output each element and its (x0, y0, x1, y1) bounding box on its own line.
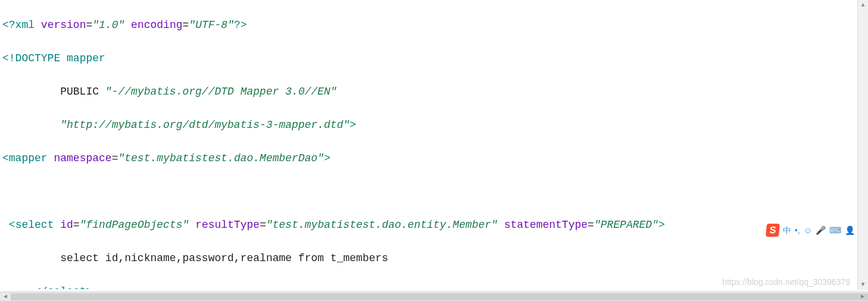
code-line: <mapper namespace="test.mybatistest.dao.… (2, 150, 856, 167)
code-line: </select> (2, 283, 856, 289)
code-line: "http://mybatis.org/dtd/mybatis-3-mapper… (2, 117, 856, 133)
ime-profile-button[interactable]: 👤 (845, 222, 855, 239)
horizontal-scroll-thumb[interactable] (11, 293, 868, 300)
code-line (2, 183, 856, 200)
horizontal-scrollbar[interactable]: ◀ ▶ (0, 291, 868, 301)
ime-punct-toggle[interactable]: •, (795, 222, 800, 239)
ime-voice-button[interactable]: 🎤 (816, 222, 826, 239)
scroll-left-icon[interactable]: ◀ (0, 292, 11, 301)
ime-keyboard-button[interactable]: ⌨ (829, 222, 841, 239)
ime-toolbar[interactable]: S 中 •, ☺ 🎤 ⌨ 👤 (766, 224, 855, 237)
code-line: <select id="findPageObjects" resultType=… (2, 217, 856, 233)
ime-lang-toggle[interactable]: 中 (783, 222, 791, 239)
code-editor[interactable]: <?xml version="1.0" encoding="UTF-8"?> <… (2, 0, 856, 289)
code-line: <?xml version="1.0" encoding="UTF-8"?> (2, 17, 856, 33)
sogou-ime-icon[interactable]: S (766, 224, 780, 237)
scroll-right-icon[interactable]: ▶ (857, 292, 868, 301)
ime-emoji-button[interactable]: ☺ (804, 222, 812, 239)
vertical-scrollbar[interactable]: ▲ ▼ (857, 0, 868, 290)
code-line: select id,nickname,password,realname fro… (2, 250, 856, 266)
code-line: <!DOCTYPE mapper (2, 50, 856, 67)
code-line: PUBLIC "-//mybatis.org//DTD Mapper 3.0//… (2, 83, 856, 100)
scroll-up-icon[interactable]: ▲ (858, 0, 868, 11)
